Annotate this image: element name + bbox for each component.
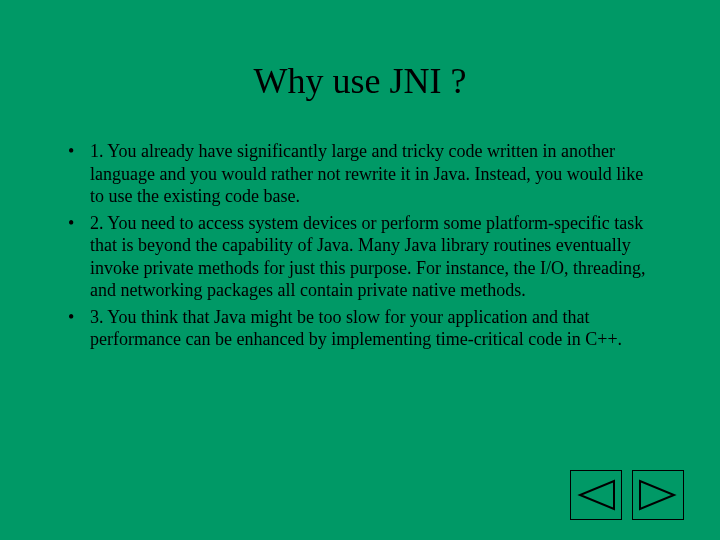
- slide-title: Why use JNI ?: [0, 60, 720, 102]
- slide: Why use JNI ? 1. You already have signif…: [0, 0, 720, 540]
- svg-marker-0: [580, 481, 614, 509]
- bullet-list: 1. You already have significantly large …: [62, 140, 658, 351]
- list-item: 2. You need to access system devices or …: [62, 212, 658, 302]
- next-button[interactable]: [632, 470, 684, 520]
- arrow-left-icon: [576, 477, 616, 513]
- svg-marker-1: [640, 481, 674, 509]
- arrow-right-icon: [638, 477, 678, 513]
- prev-button[interactable]: [570, 470, 622, 520]
- slide-content: 1. You already have significantly large …: [0, 140, 720, 351]
- list-item: 1. You already have significantly large …: [62, 140, 658, 208]
- nav-controls: [570, 470, 684, 520]
- list-item: 3. You think that Java might be too slow…: [62, 306, 658, 351]
